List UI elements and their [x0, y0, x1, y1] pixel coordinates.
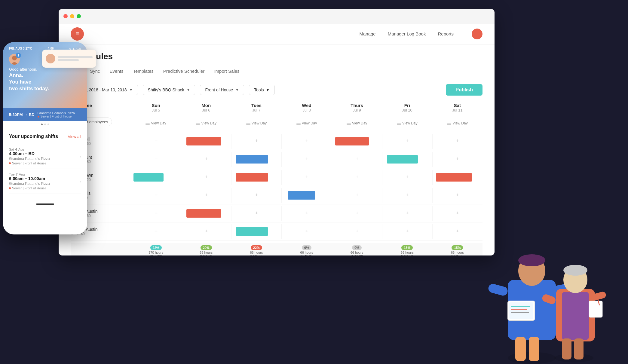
schedule-cell-4-4[interactable]: + [332, 206, 382, 221]
schedule-cell-4-3[interactable]: + [281, 206, 332, 221]
add-shift-4-5[interactable]: + [406, 210, 409, 216]
schedule-cell-1-6[interactable]: + [432, 152, 482, 167]
schedule-cell-0-2[interactable]: + [231, 134, 281, 149]
schedule-cell-2-6[interactable] [432, 170, 482, 185]
schedule-cell-0-5[interactable]: + [382, 134, 432, 149]
schedule-cell-0-0[interactable]: + [131, 134, 181, 149]
tab-predictive[interactable]: Predictive Scheduler [163, 66, 205, 77]
schedule-cell-1-2[interactable] [231, 152, 281, 167]
add-shift-3-1[interactable]: + [205, 192, 208, 198]
tl-close[interactable] [63, 14, 68, 18]
add-shift-5-3[interactable]: + [305, 228, 308, 234]
schedule-cell-3-1[interactable]: + [181, 188, 231, 203]
add-shift-3-0[interactable]: + [155, 192, 158, 198]
location-picker[interactable]: Shifty's BBQ Shack ▼ [143, 85, 195, 95]
tab-sync[interactable]: Sync [90, 66, 100, 77]
view-day-sat[interactable]: View Day [432, 118, 482, 129]
add-shift-4-0[interactable]: + [155, 210, 158, 216]
schedule-cell-2-0[interactable] [131, 170, 181, 185]
schedule-cell-4-1[interactable] [181, 206, 231, 221]
department-picker[interactable]: Front of House ▼ [200, 85, 244, 95]
schedule-cell-4-5[interactable]: + [382, 206, 432, 221]
add-shift-1-3[interactable]: + [305, 156, 308, 162]
tl-maximize[interactable] [77, 14, 81, 18]
user-avatar[interactable] [472, 29, 482, 39]
add-shift-3-6[interactable]: + [456, 192, 459, 198]
nav-logbook[interactable]: Manager Log Book [388, 31, 426, 36]
schedule-cell-1-4[interactable]: + [332, 152, 382, 167]
add-shift-1-4[interactable]: + [355, 156, 359, 162]
add-shift-5-5[interactable]: + [406, 228, 409, 234]
add-shift-2-4[interactable]: + [355, 174, 359, 180]
add-shift-5-1[interactable]: + [205, 228, 208, 234]
schedule-cell-3-2[interactable]: + [231, 188, 281, 203]
add-shift-4-6[interactable]: + [456, 210, 459, 216]
schedule-cell-3-5[interactable]: + [382, 188, 432, 203]
add-shift-4-4[interactable]: + [355, 210, 359, 216]
schedule-cell-1-0[interactable]: + [131, 152, 181, 167]
add-shift-3-2[interactable]: + [255, 192, 258, 198]
employee-row-0: David Bell16/40 · $160+++++ [71, 132, 482, 150]
view-day-mon[interactable]: View Day [181, 118, 231, 129]
schedule-cell-5-5[interactable]: + [382, 224, 432, 239]
schedule-cell-5-1[interactable]: + [181, 224, 231, 239]
summary-cost-2: $741.89 [250, 254, 262, 255]
add-shift-0-0[interactable]: + [155, 138, 158, 144]
add-shift-5-0[interactable]: + [155, 228, 158, 234]
app-header: ≡ Manage Manager Log Book Reports [59, 23, 495, 44]
add-shift-5-4[interactable]: + [355, 228, 359, 234]
add-shift-3-4[interactable]: + [355, 192, 359, 198]
add-shift-0-2[interactable]: + [255, 138, 258, 144]
tab-import[interactable]: Import Sales [214, 66, 239, 77]
add-shift-1-6[interactable]: + [456, 156, 459, 162]
schedule-cell-2-1[interactable]: + [181, 170, 231, 185]
summary-cell-5: 13% 66 hours $741.89 [382, 245, 432, 255]
add-shift-3-5[interactable]: + [406, 192, 409, 198]
view-day-thurs[interactable]: View Day [332, 118, 382, 129]
tab-templates[interactable]: Templates [133, 66, 153, 77]
view-all-link[interactable]: View all [68, 134, 81, 139]
nav-reports[interactable]: Reports [438, 31, 454, 36]
tl-minimize[interactable] [70, 14, 74, 18]
schedule-cell-3-4[interactable]: + [332, 188, 382, 203]
schedule-cell-5-2[interactable] [231, 224, 281, 239]
schedule-cell-1-1[interactable]: + [181, 152, 231, 167]
view-day-fri[interactable]: View Day [382, 118, 432, 129]
nav-manage[interactable]: Manage [359, 31, 375, 36]
schedule-cell-2-4[interactable]: + [332, 170, 382, 185]
schedule-cell-0-4[interactable] [332, 134, 382, 149]
add-shift-0-6[interactable]: + [456, 138, 459, 144]
add-shift-2-5[interactable]: + [406, 174, 409, 180]
schedule-cell-5-0[interactable]: + [131, 224, 181, 239]
schedule-cell-1-5[interactable] [382, 152, 432, 167]
add-shift-0-5[interactable]: + [406, 138, 409, 144]
add-shift-0-3[interactable]: + [305, 138, 308, 144]
view-day-sun[interactable]: View Day [131, 118, 181, 129]
schedule-cell-0-6[interactable]: + [432, 134, 482, 149]
tab-events[interactable]: Events [110, 66, 124, 77]
schedule-cell-0-1[interactable] [181, 134, 231, 149]
schedule-cell-3-3[interactable] [281, 188, 332, 203]
add-shift-4-2[interactable]: + [255, 210, 258, 216]
publish-button[interactable]: Publish [446, 84, 482, 96]
schedule-cell-2-3[interactable]: + [281, 170, 332, 185]
add-shift-5-6[interactable]: + [456, 228, 459, 234]
schedule-cell-2-5[interactable]: + [382, 170, 432, 185]
add-shift-2-3[interactable]: + [305, 174, 308, 180]
employee-row-5: Samuel Austin0/40 · $0++++++ [71, 222, 482, 240]
schedule-cell-5-3[interactable]: + [281, 224, 332, 239]
add-shift-4-3[interactable]: + [305, 210, 308, 216]
view-day-tues[interactable]: View Day [231, 118, 281, 129]
schedule-cell-1-3[interactable]: + [281, 152, 332, 167]
tools-button[interactable]: Tools ▼ [249, 85, 275, 95]
view-day-wed[interactable]: View Day [281, 118, 332, 129]
schedule-cell-5-4[interactable]: + [332, 224, 382, 239]
add-shift-1-0[interactable]: + [155, 156, 158, 162]
schedule-cell-2-2[interactable] [231, 170, 281, 185]
schedule-cell-3-0[interactable]: + [131, 188, 181, 203]
schedule-cell-4-2[interactable]: + [231, 206, 281, 221]
add-shift-2-1[interactable]: + [205, 174, 208, 180]
schedule-cell-4-0[interactable]: + [131, 206, 181, 221]
schedule-cell-0-3[interactable]: + [281, 134, 332, 149]
add-shift-1-1[interactable]: + [205, 156, 208, 162]
